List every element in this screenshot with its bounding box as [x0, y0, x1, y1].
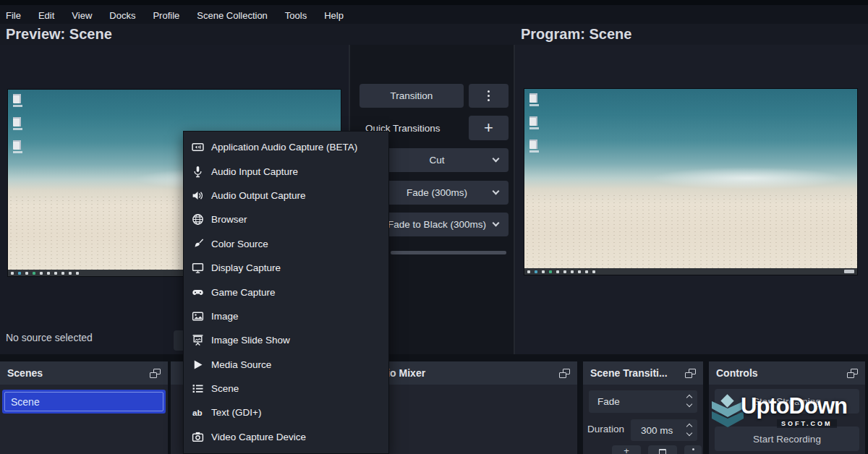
popout-icon[interactable] [685, 369, 696, 378]
image-icon [192, 310, 204, 322]
vertical-dots-icon [488, 90, 490, 101]
menu-item-display-capture[interactable]: Display Capture [184, 256, 388, 280]
desktop-icons [13, 94, 22, 153]
menu-docks[interactable]: Docks [109, 10, 135, 21]
menu-item-label: Audio Output Capture [211, 190, 306, 201]
menu-view[interactable]: View [72, 10, 92, 21]
chevron-down-icon [493, 155, 500, 163]
transition-more-button[interactable] [469, 84, 509, 108]
menu-item-label: Audio Input Capture [211, 166, 298, 177]
scene-transition-select[interactable]: Fade [589, 390, 697, 413]
menu-item-application-audio-capture[interactable]: Application Audio Capture (BETA) [184, 135, 388, 159]
transitions-scrollbar[interactable] [391, 251, 506, 254]
combo-value: Cut [429, 155, 444, 166]
preview-title: Preview: Scene [6, 26, 112, 43]
menu-profile[interactable]: Profile [153, 10, 179, 21]
color-source-icon [192, 238, 204, 250]
add-source-context-menu: Application Audio Capture (BETA) Audio I… [183, 131, 389, 454]
spinner-arrows-icon[interactable] [687, 395, 692, 406]
menu-item-vlc-video-source[interactable]: VLC Video Source [184, 449, 388, 454]
transition-value: Fade [597, 396, 620, 407]
popout-icon[interactable] [559, 369, 570, 378]
menu-item-label: Scene [211, 383, 239, 394]
program-title: Program: Scene [521, 26, 631, 43]
menu-item-label: Image [211, 311, 239, 322]
controls-header: Controls [709, 361, 865, 385]
desktop-icons [529, 93, 539, 153]
add-transition-button-partial[interactable]: + [612, 445, 641, 454]
menu-item-image[interactable]: Image [184, 304, 388, 328]
popout-icon[interactable] [847, 369, 858, 378]
browser-icon [192, 213, 204, 226]
spinner-arrows-icon[interactable] [687, 424, 692, 435]
menu-item-image-slide-show[interactable]: Image Slide Show [184, 328, 388, 352]
svg-text:ab: ab [192, 408, 203, 417]
status-text: No source selected [6, 332, 93, 343]
menu-help[interactable]: Help [324, 10, 344, 21]
menu-item-label: Game Capture [211, 287, 276, 298]
duration-spinbox[interactable]: 300 ms [631, 419, 697, 441]
menu-item-label: Text (GDI+) [211, 407, 261, 418]
transition-properties-button-partial[interactable] [684, 445, 702, 454]
audio-output-icon [192, 189, 204, 202]
menu-item-color-source[interactable]: Color Source [184, 232, 388, 256]
quick-transition-add-button[interactable]: + [469, 116, 509, 140]
menu-item-scene[interactable]: Scene [184, 377, 388, 401]
menu-scene-collection[interactable]: Scene Collection [197, 10, 268, 21]
image-slideshow-icon [192, 334, 204, 346]
scenes-title: Scenes [7, 367, 43, 379]
menu-item-browser[interactable]: Browser [184, 207, 388, 231]
dot-icon [692, 448, 694, 450]
menu-item-label: Media Source [211, 359, 271, 370]
menu-item-label: Color Source [211, 239, 268, 249]
chevron-down-icon [493, 220, 500, 227]
uptodown-watermark: UptoDown SOFT.COM [710, 390, 864, 431]
menu-item-audio-input-capture[interactable]: Audio Input Capture [184, 159, 388, 183]
uptodown-logo-icon [712, 396, 744, 427]
combo-value: Fade (300ms) [407, 187, 467, 198]
menu-item-audio-output-capture[interactable]: Audio Output Capture [184, 184, 388, 207]
scene-icon [192, 382, 204, 395]
chevron-down-icon [493, 188, 500, 195]
menu-file[interactable]: File [6, 10, 21, 21]
remove-transition-button-partial[interactable] [648, 445, 677, 454]
controls-title: Controls [716, 367, 758, 379]
audio-mixer-panel: Audio Mixer [360, 361, 577, 454]
transition-button[interactable]: Transition [359, 84, 464, 108]
menu-item-game-capture[interactable]: Game Capture [184, 280, 388, 304]
menu-item-video-capture-device[interactable]: Video Capture Device [184, 425, 388, 449]
watermark-brand: UptoDown [741, 393, 847, 419]
desktop-taskbar [524, 268, 857, 275]
menu-item-label: Video Capture Device [211, 432, 306, 442]
watermark-subtitle: SOFT.COM [777, 419, 837, 428]
menu-item-media-source[interactable]: Media Source [184, 353, 388, 377]
scenes-panel-header: Scenes [0, 361, 168, 385]
scene-transitions-panel: Scene Transiti... Fade Duration 300 ms + [583, 361, 703, 454]
media-source-icon [192, 359, 204, 371]
menu-item-text-gdi[interactable]: ab Text (GDI+) [184, 401, 388, 424]
game-capture-icon [192, 286, 204, 299]
menu-tools[interactable]: Tools [285, 10, 307, 21]
scene-transitions-title: Scene Transiti... [590, 367, 668, 379]
scenes-panel: Scenes Scene [0, 361, 168, 454]
combo-value: Fade to Black (300ms) [388, 219, 486, 230]
display-capture-icon [192, 262, 204, 274]
divider [514, 45, 515, 354]
menu-item-label: Image Slide Show [211, 335, 290, 346]
duration-label: Duration [587, 424, 624, 434]
video-capture-icon [192, 431, 204, 443]
popout-icon[interactable] [150, 369, 161, 378]
scene-list-item-selected[interactable]: Scene [2, 390, 166, 414]
menu-item-label: Application Audio Capture (BETA) [211, 142, 357, 153]
obs-window: File Edit View Docks Profile Scene Colle… [0, 0, 868, 454]
menu-item-label: Browser [211, 214, 247, 225]
trash-icon [659, 449, 666, 454]
menu-edit[interactable]: Edit [38, 10, 54, 21]
duration-value: 300 ms [641, 425, 673, 436]
menu-item-label: Display Capture [211, 262, 281, 273]
app-audio-capture-icon [192, 141, 204, 153]
text-gdi-icon: ab [192, 406, 204, 419]
audio-input-icon [192, 166, 204, 178]
program-video[interactable] [524, 88, 858, 275]
menu-bar: File Edit View Docks Profile Scene Colle… [0, 0, 868, 24]
